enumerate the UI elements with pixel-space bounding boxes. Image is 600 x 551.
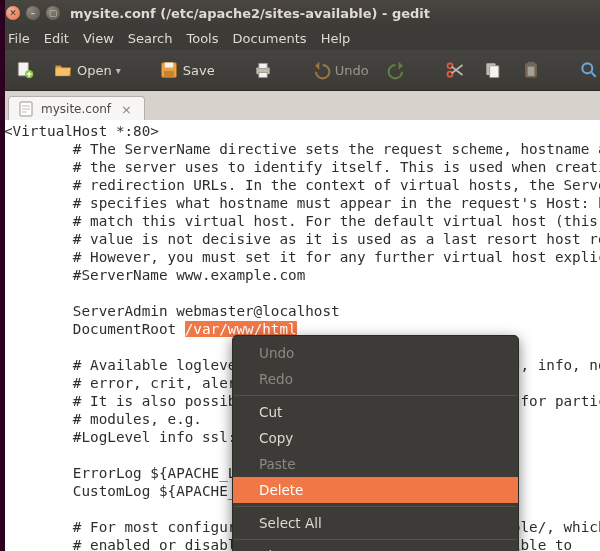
context-menu-cut[interactable]: Cut: [233, 399, 518, 425]
printer-icon: [253, 60, 273, 80]
menu-view[interactable]: View: [83, 31, 114, 46]
new-document-button[interactable]: [10, 57, 40, 83]
minimize-window-button[interactable]: –: [26, 6, 40, 20]
document-icon: [19, 101, 33, 117]
save-icon: [159, 60, 179, 80]
print-button[interactable]: [248, 57, 278, 83]
context-menu-delete[interactable]: Delete: [233, 477, 518, 503]
window-title: mysite.conf (/etc/apache2/sites-availabl…: [70, 6, 594, 21]
close-window-button[interactable]: ✕: [6, 6, 20, 20]
search-icon: [579, 60, 599, 80]
context-menu-separator: [234, 539, 517, 540]
find-button[interactable]: [574, 57, 600, 83]
svg-point-15: [582, 63, 592, 73]
cut-button[interactable]: [440, 57, 470, 83]
redo-button[interactable]: [382, 57, 412, 83]
svg-rect-14: [527, 67, 534, 76]
undo-button-label: Undo: [335, 63, 369, 78]
redo-icon: [387, 60, 407, 80]
toolbar: Open ▾ Save Undo: [0, 50, 600, 91]
menu-file[interactable]: File: [8, 31, 30, 46]
context-menu-redo[interactable]: Redo: [233, 366, 518, 392]
tabbar: mysite.conf ×: [0, 91, 600, 122]
open-button[interactable]: Open ▾: [48, 57, 126, 83]
new-document-icon: [15, 60, 35, 80]
copy-button[interactable]: [478, 57, 508, 83]
context-menu: Undo Redo Cut Copy Paste Delete Select A…: [232, 335, 519, 551]
svg-rect-4: [164, 71, 174, 78]
maximize-window-button[interactable]: ▢: [46, 6, 60, 20]
folder-open-icon: [53, 60, 73, 80]
document-tab[interactable]: mysite.conf ×: [8, 96, 145, 121]
menu-tools[interactable]: Tools: [186, 31, 218, 46]
context-menu-select-all[interactable]: Select All: [233, 510, 518, 536]
window: ✕ – ▢ mysite.conf (/etc/apache2/sites-av…: [0, 0, 600, 551]
svg-rect-3: [165, 63, 173, 68]
tab-close-button[interactable]: ×: [119, 102, 134, 117]
menu-search[interactable]: Search: [128, 31, 173, 46]
undo-icon: [311, 60, 331, 80]
svg-rect-13: [527, 62, 534, 65]
editor-text-before: <VirtualHost *:80> # The ServerName dire…: [4, 123, 600, 337]
menu-edit[interactable]: Edit: [44, 31, 69, 46]
menu-help[interactable]: Help: [321, 31, 351, 46]
context-menu-paste[interactable]: Paste: [233, 451, 518, 477]
context-menu-copy[interactable]: Copy: [233, 425, 518, 451]
context-menu-separator: [234, 395, 517, 396]
undo-button[interactable]: Undo: [306, 57, 374, 83]
context-menu-separator: [234, 506, 517, 507]
window-controls: ✕ – ▢: [6, 6, 60, 20]
svg-rect-7: [259, 73, 267, 78]
svg-rect-6: [259, 63, 267, 68]
titlebar: ✕ – ▢ mysite.conf (/etc/apache2/sites-av…: [0, 0, 600, 26]
open-button-label: Open: [77, 63, 112, 78]
paste-button[interactable]: [516, 57, 546, 83]
menu-documents[interactable]: Documents: [233, 31, 307, 46]
launcher-sliver: [0, 0, 5, 551]
svg-rect-11: [489, 66, 498, 78]
scissors-icon: [445, 60, 465, 80]
tab-label: mysite.conf: [41, 102, 111, 116]
context-menu-change-case[interactable]: Change Case ▶: [233, 543, 518, 551]
context-menu-undo[interactable]: Undo: [233, 340, 518, 366]
menubar: File Edit View Search Tools Documents He…: [0, 26, 600, 50]
copy-icon: [483, 60, 503, 80]
open-dropdown-arrow[interactable]: ▾: [116, 65, 121, 76]
paste-icon: [521, 60, 541, 80]
save-button-label: Save: [183, 63, 215, 78]
save-button[interactable]: Save: [154, 57, 220, 83]
